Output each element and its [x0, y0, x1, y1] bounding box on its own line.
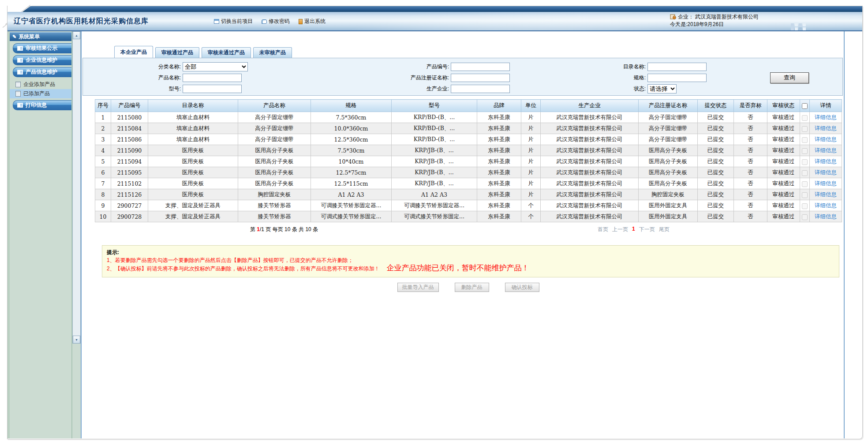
pager-prev[interactable]: 上一页	[612, 226, 628, 233]
cell-unit: 片	[521, 167, 541, 178]
spec-input[interactable]	[647, 74, 707, 82]
pager-last[interactable]: 尾页	[659, 226, 670, 233]
status-select[interactable]: 请选择	[647, 84, 677, 93]
logout-label: 退出系统	[304, 18, 326, 25]
sidebar-title-bar: ✎ 系统菜单	[10, 32, 71, 41]
sidebar-subitem-added-products[interactable]: 已添加产品	[10, 89, 71, 98]
row-checkbox	[802, 181, 808, 187]
cell-spec: 12.5*115cm	[311, 178, 392, 189]
product-code-input[interactable]	[451, 63, 510, 71]
pager-current-page: 1	[632, 226, 635, 233]
sidebar: ✎ 系统菜单 审核结果公示 企业信息维护 产品信息维护 企业添加产品	[7, 31, 72, 438]
sidebar-subitem-add-product[interactable]: 企业添加产品	[10, 80, 71, 89]
change-password-link[interactable]: 修改密码	[262, 18, 290, 25]
cell-manufacturer: 武汉克瑞普新技术有限公司	[541, 145, 639, 156]
model-input[interactable]	[183, 85, 242, 93]
cell-code: 2115084	[111, 123, 148, 134]
cell-spec: 可调膝关节矫形固定器...	[311, 200, 392, 211]
sidebar-item-label: 审核结果公示	[26, 45, 57, 52]
cert-name-input[interactable]	[451, 74, 510, 82]
cell-submit-status: 已提交	[698, 123, 734, 134]
batch-import-button: 批量导入产品	[397, 283, 439, 292]
cell-detail: 详细信息	[810, 112, 842, 123]
detail-link[interactable]: 详细信息	[815, 180, 837, 187]
cell-cert-name: 医用高分子夹板	[639, 145, 698, 156]
table-row: 5 2115094 医用夹板 医用高分子夹板 10*40cm KRP/JB-(B…	[95, 156, 842, 167]
detail-link[interactable]: 详细信息	[815, 158, 837, 165]
switch-project-link[interactable]: 切换当前项目	[214, 18, 253, 25]
cell-code: 2900727	[111, 200, 148, 211]
window-icon	[17, 58, 23, 63]
cert-name-label: 产品注册证名称:	[264, 74, 451, 82]
cell-submit-status: 已提交	[698, 134, 734, 145]
sidebar-scrollbar[interactable]: ▲ ▼	[72, 31, 81, 344]
switch-project-label: 切换当前项目	[221, 18, 253, 25]
sidebar-item-company-info[interactable]: 企业信息维护	[13, 55, 71, 65]
cell-model: 可调式膝关节矫形固定...	[392, 211, 477, 222]
cell-cert-name: 胸腔固定夹板	[639, 189, 698, 200]
cell-detail: 详细信息	[810, 178, 842, 189]
row-checkbox	[802, 170, 808, 176]
table-row: 1 2115080 填塞止血材料 高分子固定绷带 7.5*360cm KRP/B…	[95, 112, 842, 123]
cell-brand: 东科圣康	[477, 134, 521, 145]
tab-not-audited[interactable]: 未审核产品	[253, 47, 292, 58]
cell-select	[800, 178, 810, 189]
scroll-up-icon[interactable]: ▲	[73, 31, 80, 39]
catalog-name-input[interactable]	[647, 63, 707, 71]
product-code-label: 产品编号:	[264, 63, 451, 71]
tab-company-products[interactable]: 本企业产品	[114, 46, 153, 58]
row-checkbox	[802, 137, 808, 143]
query-button[interactable]: 查询	[770, 72, 809, 83]
detail-link[interactable]: 详细信息	[815, 136, 837, 142]
tab-audit-passed[interactable]: 审核通过产品	[155, 47, 199, 58]
cell-submit-status: 已提交	[698, 145, 734, 156]
detail-link[interactable]: 详细信息	[815, 202, 837, 209]
page-summary-prefix: 第	[250, 226, 257, 232]
logout-icon	[299, 19, 303, 24]
pager-next[interactable]: 下一页	[639, 226, 655, 233]
cell-manufacturer: 武汉克瑞普新技术有限公司	[541, 178, 639, 189]
page-body: ✎ 系统菜单 审核结果公示 企业信息维护 产品信息维护 企业添加产品	[7, 31, 862, 438]
cell-cert-name: 医用外固定支具	[639, 200, 698, 211]
page-summary: 第 1/1 页 每页 10 条 共 10 条	[250, 226, 318, 233]
cell-brand: 东科圣康	[477, 167, 521, 178]
cell-select	[800, 112, 810, 123]
row-checkbox	[802, 214, 808, 220]
manufacturer-input[interactable]	[451, 85, 510, 93]
sidebar-subitem-label: 企业添加产品	[23, 81, 55, 88]
col-code: 产品编号	[111, 100, 148, 112]
cell-brand: 东科圣康	[477, 211, 521, 222]
sidebar-item-print-info[interactable]: 打印信息	[13, 100, 71, 110]
sidebar-item-label: 打印信息	[26, 101, 47, 109]
detail-link[interactable]: 详细信息	[815, 147, 837, 153]
detail-link[interactable]: 详细信息	[815, 169, 837, 176]
cell-brand: 东科圣康	[477, 200, 521, 211]
logout-link[interactable]: 退出系统	[299, 18, 326, 25]
status-label: 状态:	[513, 85, 647, 93]
product-name-input[interactable]	[183, 74, 242, 82]
sidebar-item-product-info[interactable]: 产品信息维护	[13, 67, 71, 77]
document-icon	[15, 91, 21, 97]
cell-seq: 6	[95, 167, 111, 178]
scroll-down-icon[interactable]: ▼	[73, 336, 80, 344]
detail-link[interactable]: 详细信息	[815, 213, 837, 220]
cell-code: 2115090	[111, 145, 148, 156]
company-label: 企业：	[678, 13, 694, 21]
cell-abandon: 否	[734, 145, 767, 156]
select-all-checkbox[interactable]	[802, 103, 808, 109]
col-abandon: 是否弃标	[734, 100, 767, 112]
sidebar-item-audit-results[interactable]: 审核结果公示	[13, 43, 71, 53]
cell-submit-status: 已提交	[698, 189, 734, 200]
detail-link[interactable]: 详细信息	[815, 125, 837, 131]
tab-audit-not-passed[interactable]: 审核未通过产品	[202, 47, 251, 58]
col-brand: 品牌	[477, 100, 521, 112]
category-select[interactable]: 全部	[183, 62, 248, 71]
cell-catalog: 医用夹板	[148, 178, 238, 189]
detail-link[interactable]: 详细信息	[815, 191, 837, 198]
cell-audit-status: 审核通过	[767, 178, 800, 189]
pager-first[interactable]: 首页	[598, 226, 608, 233]
detail-link[interactable]: 详细信息	[815, 114, 837, 120]
cell-product-name: 医用高分子夹板	[238, 156, 311, 167]
cell-seq: 2	[95, 123, 111, 134]
cell-audit-status: 审核通过	[767, 134, 800, 145]
